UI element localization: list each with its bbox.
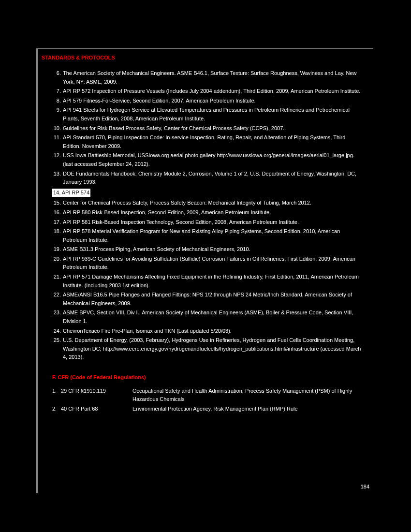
item-text: USS Iowa Battleship Memorial, USSIowa.or… [63, 151, 364, 168]
item-text: API RP 939-C Guidelines for Avoiding Sul… [63, 255, 364, 272]
item-text: API RP 581 Risk-Based Inspection Technol… [63, 218, 364, 227]
item-text: API RP 578 Material Verification Program… [63, 227, 364, 244]
item-text: API Standard 570, Piping Inspection Code… [63, 133, 364, 150]
cfr-row: 1.29 CFR §1910.119Occupational Safety an… [52, 387, 364, 404]
item-text: API RP 572 Inspection of Pressure Vessel… [63, 87, 364, 96]
cfr-code: 29 CFR §1910.119 [61, 387, 132, 404]
item-text: Guidelines for Risk Based Process Safety… [63, 124, 364, 133]
list-item: 20.API RP 939-C Guidelines for Avoiding … [52, 255, 364, 272]
item-number: 19. [52, 245, 63, 254]
item-text: ChevronTexaco Fire Pre-Plan, Isomax and … [63, 327, 364, 336]
item-text: Center for Chemical Process Safety, Proc… [63, 199, 364, 207]
item-number: 17. [52, 218, 63, 227]
item-number: 16. [52, 208, 63, 217]
list-item: 25.U.S. Department of Energy, (2003, Feb… [52, 336, 364, 362]
cfr-description: Environmental Protection Agency, Risk Ma… [132, 405, 364, 414]
item-number: 10. [52, 124, 63, 133]
cfr-number: 2. [52, 405, 61, 414]
item-number: 23. [52, 309, 63, 325]
list-item: 11.API Standard 570, Piping Inspection C… [52, 133, 364, 150]
item-number: 13. [52, 170, 63, 187]
item-number: 6. [52, 69, 63, 86]
cfr-row: 2.40 CFR Part 68Environmental Protection… [52, 405, 364, 414]
document-page: STANDARDS & PROTOCOLS 6.The American Soc… [36, 48, 373, 493]
list-item: 7.API RP 572 Inspection of Pressure Vess… [52, 87, 364, 96]
item-text: U.S. Department of Energy, (2003, Februa… [63, 336, 364, 362]
cfr-description: Occupational Safety and Health Administr… [132, 387, 364, 404]
item-number: 9. [52, 106, 63, 123]
item-number: 25. [52, 336, 63, 362]
list-item: 23.ASME BPVC, Section VIII, Div I., Amer… [52, 309, 364, 325]
item-text: API 941 Steels for Hydrogen Service at E… [63, 106, 364, 123]
list-item: 16.API RP 580 Risk-Based Inspection, Sec… [52, 208, 364, 217]
list-item: 12.USS Iowa Battleship Memorial, USSIowa… [52, 151, 364, 168]
document-content: 6.The American Society of Mechanical Eng… [38, 60, 373, 413]
list-item: 17.API RP 581 Risk-Based Inspection Tech… [52, 218, 364, 227]
item-number: 15. [52, 199, 63, 207]
list-item: 24.ChevronTexaco Fire Pre-Plan, Isomax a… [52, 327, 364, 336]
item-number: 18. [52, 227, 63, 244]
list-item: 19.ASME B31.3 Process Piping, American S… [52, 245, 364, 254]
item-number: 22. [52, 291, 63, 308]
cfr-code: 40 CFR Part 68 [61, 405, 132, 414]
item-text: API RP 571 Damage Mechanisms Affecting F… [63, 273, 364, 290]
item-number: 8. [52, 97, 63, 105]
item-number: 11. [52, 133, 63, 150]
list-item-highlighted: 14. API RP 574 [52, 188, 364, 198]
item-number: 20. [52, 255, 63, 272]
item-number: 7. [52, 87, 63, 96]
list-item: 9.API 941 Steels for Hydrogen Service at… [52, 106, 364, 123]
item-number: 24. [52, 327, 63, 336]
item-text: ASME B31.3 Process Piping, American Soci… [63, 245, 364, 254]
cfr-number: 1. [52, 387, 61, 404]
list-item: 22.ASME/ANSI B16.5 Pipe Flanges and Flan… [52, 291, 364, 308]
item-text: The American Society of Mechanical Engin… [63, 69, 364, 86]
list-item: 18.API RP 578 Material Verification Prog… [52, 227, 364, 244]
list-item: 8.API 579 Fitness-For-Service, Second Ed… [52, 97, 364, 105]
list-item: 15.Center for Chemical Process Safety, P… [52, 199, 364, 207]
section-header: STANDARDS & PROTOCOLS [38, 49, 373, 60]
list-item: 10.Guidelines for Risk Based Process Saf… [52, 124, 364, 133]
item-text: ASME/ANSI B16.5 Pipe Flanges and Flanged… [63, 291, 364, 308]
item-number: 21. [52, 273, 63, 290]
list-item: 13.DOE Fundamentals Handbook: Chemistry … [52, 170, 364, 187]
item-text: ASME BPVC, Section VIII, Div I., America… [63, 309, 364, 325]
item-text: DOE Fundamentals Handbook: Chemistry Mod… [63, 170, 364, 187]
item-number: 12. [52, 151, 63, 168]
page-number: 184 [361, 484, 369, 489]
list-item: 6.The American Society of Mechanical Eng… [52, 69, 364, 86]
item-text: API 579 Fitness-For-Service, Second Edit… [63, 97, 364, 105]
cfr-section-heading: F. CFR (Code of Federal Regulations) [52, 373, 364, 382]
list-item: 21.API RP 571 Damage Mechanisms Affectin… [52, 273, 364, 290]
item-text: API RP 580 Risk-Based Inspection, Second… [63, 208, 364, 217]
highlighted-text: 14. API RP 574 [52, 189, 90, 197]
